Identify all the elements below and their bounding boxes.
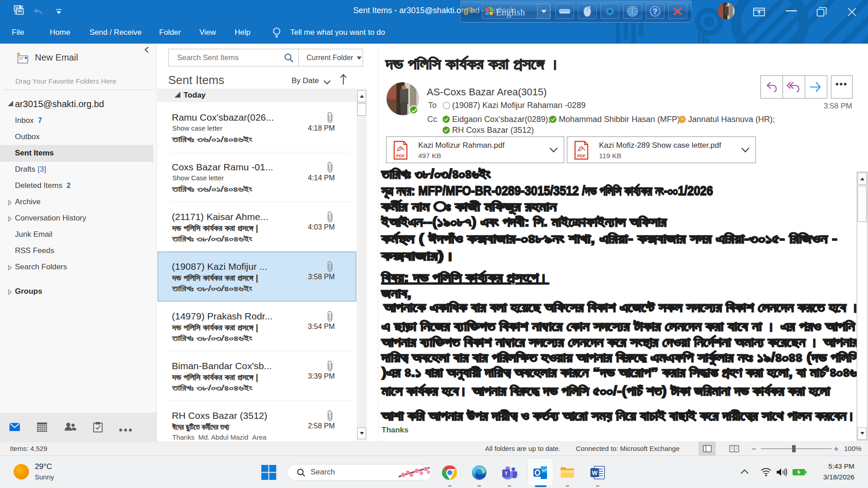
svg-text:ঈদের ছুটিতে কর্মীদের তথ্য: ঈদের ছুটিতে কর্মীদের তথ্য bbox=[172, 422, 229, 432]
svg-text:আপনার ব্যাক্তিগত বিকাশ নাম্বার: আপনার ব্যাক্তিগত বিকাশ নাম্বারে সদস্যের … bbox=[381, 335, 859, 349]
svg-text:PDF: PDF bbox=[396, 153, 405, 158]
svg-text:তারিখঃ ৩৮/০৩/৪০৪৬ইং: তারিখঃ ৩৮/০৩/৪০৪৬ইং bbox=[172, 384, 252, 392]
svg-text:ইআইএন--(১৯০৮৭) এবং পদবী: সি.: ইআইএন--(১৯০৮৭) এবং পদবী: সি. মাইক্রোফাইন… bbox=[381, 215, 667, 229]
svg-text:সূত্র নম্বর: MFP/MFO-BR-0289-3: সূত্র নম্বর: MFP/MFO-BR-0289-3015/3512 /… bbox=[381, 183, 713, 199]
svg-text:মাসে কার্যকর হবে। আপনার বিরুদ: মাসে কার্যকর হবে। আপনার বিরুদ্ধে দন্ড পল… bbox=[381, 384, 831, 398]
svg-text:তারিখঃ ৩৬/০১/৪০৪৬ইং: তারিখঃ ৩৬/০১/৪০৪৬ইং bbox=[172, 135, 252, 143]
svg-text:কর্মস্থল ( ঈদগাঁও কক্সবাজার-০৪: কর্মস্থল ( ঈদগাঁও কক্সবাজার-০৪৮৯নং শাখা,… bbox=[381, 231, 837, 246]
svg-text:দন্ড পলিসি কার্যকর করা প্রসঙ্গ: দন্ড পলিসি কার্যকর করা প্রসঙ্গে | bbox=[172, 224, 258, 233]
svg-text:W: W bbox=[592, 469, 598, 476]
svg-text:আশা করি আপনার উপর দায়ীত্ব ও কর: আশা করি আপনার উপর দায়ীত্ব ও কর্তব্য আরো … bbox=[381, 408, 856, 423]
svg-text:তারিখঃ ৩৮/০৩/৪০৪৬ইং: তারিখঃ ৩৮/০৩/৪০৪৬ইং bbox=[172, 334, 252, 342]
svg-text:দন্ড পলিসি কার্যকর করা প্রসঙ্গ: দন্ড পলিসি কার্যকর করা প্রসঙ্গে | bbox=[172, 323, 258, 332]
svg-text:তারিখঃ ৩৬/০১/৪০৪৬ইং: তারিখঃ ৩৬/০১/৪০৪৬ইং bbox=[172, 185, 252, 193]
svg-text:দন্ড পলিসি কার্যকর করা প্রসঙ্গ: দন্ড পলিসি কার্যকর করা প্রসঙ্গে | bbox=[172, 373, 258, 382]
svg-text:তারিখঃ ৩৮/০৩/৪০৪৬ইং: তারিখঃ ৩৮/০৩/৪০৪৬ইং bbox=[172, 284, 252, 292]
svg-text:দন্ড পলিসি কার্যকর করা প্রসঙ্গ: দন্ড পলিসি কার্যকর করা প্রসঙ্গে । bbox=[385, 56, 561, 72]
svg-text:দায়িত্ব অবহেলা বার বার পরিলক্ষ: দায়িত্ব অবহেলা বার বার পরিলক্ষিত হওয়ায় আ… bbox=[381, 350, 860, 366]
svg-text:)এর ৪.১ ধারা অনুযায়ী দায়িত্ব অ: )এর ৪.১ ধারা অনুযায়ী দায়িত্ব অবহেলার কার… bbox=[382, 365, 857, 381]
svg-text:বিষয়: দন্ড পলিসি কার্য্যকর প্র: বিষয়: দন্ড পলিসি কার্য্যকর প্রসংগে। bbox=[381, 270, 549, 285]
svg-text:?: ? bbox=[653, 7, 657, 16]
svg-text:জনাব,: জনাব, bbox=[381, 286, 411, 300]
svg-text:কর্মীর নাম ঃ কাজী মফিজুর রহমান: কর্মীর নাম ঃ কাজী মফিজুর রহমান bbox=[381, 199, 557, 215]
svg-text:এ ছাড়া নিজের ব্যাক্তিগত বিকাশ: এ ছাড়া নিজের ব্যাক্তিগত বিকাশ নাম্বারে ক… bbox=[382, 319, 855, 333]
svg-text:দন্ড পলিসি কার্যকর করা প্রসঙ্গ: দন্ড পলিসি কার্যকর করা প্রসঙ্গে | bbox=[172, 273, 258, 282]
svg-text:আপনাকে একাধিক বার বলা হয়েছে অফ: আপনাকে একাধিক বার বলা হয়েছে অফিসের বিকাশ… bbox=[383, 300, 860, 314]
svg-text:কক্সবাজার)।: কক্সবাজার)। bbox=[381, 249, 457, 263]
svg-text:তারিখঃ ৩৮/০৩/৪০৪৬ইং: তারিখঃ ৩৮/০৩/৪০৪৬ইং bbox=[381, 167, 491, 181]
svg-text:PDF: PDF bbox=[577, 153, 586, 158]
svg-text:তারিখঃ ৩৮/০৩/৪০৪৬ইং: তারিখঃ ৩৮/০৩/৪০৪৬ইং bbox=[172, 235, 252, 243]
svg-text:T: T bbox=[505, 471, 508, 476]
